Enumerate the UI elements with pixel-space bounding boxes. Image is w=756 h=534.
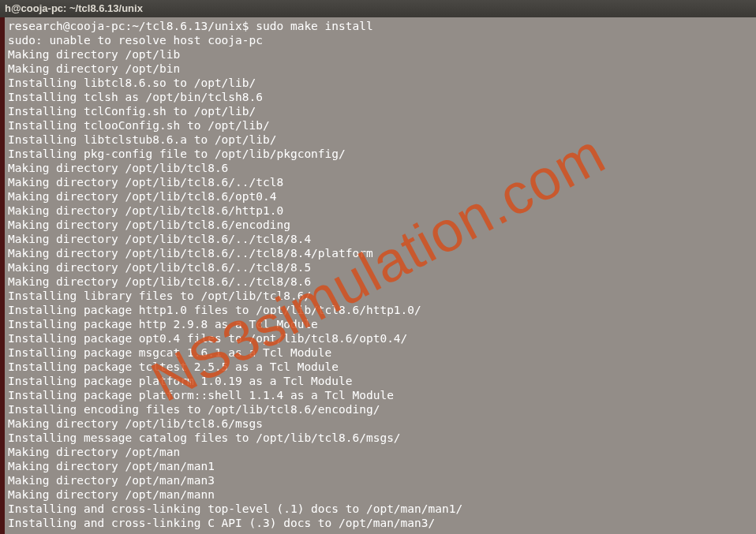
output-line: sudo: unable to resolve host cooja-pc — [8, 34, 263, 47]
output-line: Making directory /opt/lib/tcl8.6/../tcl8… — [8, 233, 311, 245]
output-line: Making directory /opt/lib/tcl8.6/msgs — [8, 417, 263, 430]
output-line: Installing encoding files to /opt/lib/tc… — [8, 403, 380, 416]
output-line: Installing pkg-config file to /opt/lib/p… — [8, 148, 346, 160]
output-line: Installing tclsh as /opt/bin/tclsh8.6 — [8, 91, 263, 103]
output-line: Installing package tcltest 2.5.5 as a Tc… — [8, 360, 339, 373]
output-line: Installing package platform 1.0.19 as a … — [8, 375, 353, 387]
output-line: Installing library files to /opt/lib/tcl… — [8, 289, 311, 302]
terminal-container: research@cooja-pc:~/tcl8.6.13/unix$ sudo… — [0, 17, 756, 534]
output-line: Installing and cross-linking C API (.3) … — [8, 517, 435, 529]
window-title: h@cooja-pc: ~/tcl8.6.13/unix — [5, 2, 143, 14]
output-line: Making directory /opt/lib/tcl8.6/../tcl8 — [8, 176, 283, 189]
output-line: Installing package http 2.9.8 as a Tcl M… — [8, 318, 318, 330]
shell-command: sudo make install — [256, 20, 372, 32]
output-line: Making directory /opt/lib — [8, 48, 180, 61]
output-line: Installing package platform::shell 1.1.4… — [8, 389, 394, 401]
output-line: Making directory /opt/man/man3 — [8, 474, 215, 487]
output-line: Installing package http1.0 files to /opt… — [8, 304, 421, 316]
output-line: Installing message catalog files to /opt… — [8, 431, 401, 444]
output-line: Making directory /opt/man/mann — [8, 488, 215, 501]
output-line: Installing package opt0.4 files to /opt/… — [8, 332, 407, 345]
output-line: Making directory /opt/bin — [8, 62, 180, 75]
output-line: Making directory /opt/lib/tcl8.6 — [8, 162, 228, 174]
output-line: Installing libtcl8.6.so to /opt/lib/ — [8, 77, 256, 89]
output-line: Making directory /opt/lib/tcl8.6/opt0.4 — [8, 190, 276, 203]
output-line: Installing and cross-linking top-level (… — [8, 502, 462, 515]
window-titlebar[interactable]: h@cooja-pc: ~/tcl8.6.13/unix — [0, 0, 756, 17]
output-line: Making directory /opt/lib/tcl8.6/../tcl8… — [8, 247, 373, 260]
output-line: Installing package msgcat 1.6.1 as a Tcl… — [8, 346, 331, 359]
output-line: Installing tclooConfig.sh to /opt/lib/ — [8, 119, 270, 132]
output-line: Installing tclConfig.sh to /opt/lib/ — [8, 105, 256, 118]
output-line: Making directory /opt/lib/tcl8.6/../tcl8… — [8, 261, 311, 274]
shell-prompt: research@cooja-pc:~/tcl8.6.13/unix$ — [8, 20, 256, 32]
output-line: Making directory /opt/man — [8, 446, 180, 458]
output-line: Making directory /opt/man/man1 — [8, 460, 215, 472]
terminal-output[interactable]: research@cooja-pc:~/tcl8.6.13/unix$ sudo… — [5, 17, 756, 534]
output-line: Installing libtclstub8.6.a to /opt/lib/ — [8, 133, 276, 146]
output-line: Making directory /opt/lib/tcl8.6/../tcl8… — [8, 275, 311, 288]
output-line: Making directory /opt/lib/tcl8.6/http1.0 — [8, 204, 283, 217]
output-line: Making directory /opt/lib/tcl8.6/encodin… — [8, 218, 290, 231]
